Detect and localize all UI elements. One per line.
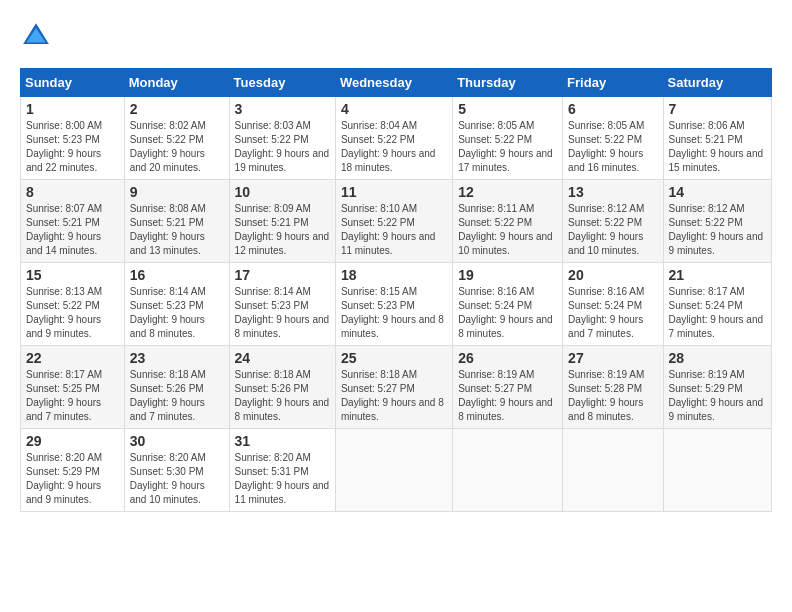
table-row: 22Sunrise: 8:17 AMSunset: 5:25 PMDayligh…: [21, 346, 125, 429]
calendar-week-2: 8Sunrise: 8:07 AMSunset: 5:21 PMDaylight…: [21, 180, 772, 263]
table-row: 20Sunrise: 8:16 AMSunset: 5:24 PMDayligh…: [563, 263, 663, 346]
calendar-header-row: SundayMondayTuesdayWednesdayThursdayFrid…: [21, 69, 772, 97]
table-row: 1Sunrise: 8:00 AMSunset: 5:23 PMDaylight…: [21, 97, 125, 180]
table-row: 24Sunrise: 8:18 AMSunset: 5:26 PMDayligh…: [229, 346, 335, 429]
table-row: 7Sunrise: 8:06 AMSunset: 5:21 PMDaylight…: [663, 97, 771, 180]
table-row: 29Sunrise: 8:20 AMSunset: 5:29 PMDayligh…: [21, 429, 125, 512]
table-row: [453, 429, 563, 512]
table-row: 13Sunrise: 8:12 AMSunset: 5:22 PMDayligh…: [563, 180, 663, 263]
table-row: 26Sunrise: 8:19 AMSunset: 5:27 PMDayligh…: [453, 346, 563, 429]
table-row: [563, 429, 663, 512]
table-row: 25Sunrise: 8:18 AMSunset: 5:27 PMDayligh…: [335, 346, 452, 429]
logo-icon: [20, 20, 52, 52]
table-row: [663, 429, 771, 512]
table-row: 17Sunrise: 8:14 AMSunset: 5:23 PMDayligh…: [229, 263, 335, 346]
calendar-week-1: 1Sunrise: 8:00 AMSunset: 5:23 PMDaylight…: [21, 97, 772, 180]
table-row: 2Sunrise: 8:02 AMSunset: 5:22 PMDaylight…: [124, 97, 229, 180]
header-wednesday: Wednesday: [335, 69, 452, 97]
table-row: 10Sunrise: 8:09 AMSunset: 5:21 PMDayligh…: [229, 180, 335, 263]
header-friday: Friday: [563, 69, 663, 97]
table-row: 16Sunrise: 8:14 AMSunset: 5:23 PMDayligh…: [124, 263, 229, 346]
table-row: 6Sunrise: 8:05 AMSunset: 5:22 PMDaylight…: [563, 97, 663, 180]
table-row: 5Sunrise: 8:05 AMSunset: 5:22 PMDaylight…: [453, 97, 563, 180]
table-row: 12Sunrise: 8:11 AMSunset: 5:22 PMDayligh…: [453, 180, 563, 263]
table-row: 8Sunrise: 8:07 AMSunset: 5:21 PMDaylight…: [21, 180, 125, 263]
table-row: 27Sunrise: 8:19 AMSunset: 5:28 PMDayligh…: [563, 346, 663, 429]
table-row: 3Sunrise: 8:03 AMSunset: 5:22 PMDaylight…: [229, 97, 335, 180]
calendar-table: SundayMondayTuesdayWednesdayThursdayFrid…: [20, 68, 772, 512]
header-tuesday: Tuesday: [229, 69, 335, 97]
table-row: 14Sunrise: 8:12 AMSunset: 5:22 PMDayligh…: [663, 180, 771, 263]
calendar-week-4: 22Sunrise: 8:17 AMSunset: 5:25 PMDayligh…: [21, 346, 772, 429]
calendar-week-5: 29Sunrise: 8:20 AMSunset: 5:29 PMDayligh…: [21, 429, 772, 512]
table-row: 19Sunrise: 8:16 AMSunset: 5:24 PMDayligh…: [453, 263, 563, 346]
header-monday: Monday: [124, 69, 229, 97]
table-row: [335, 429, 452, 512]
logo: [20, 20, 58, 52]
table-row: 30Sunrise: 8:20 AMSunset: 5:30 PMDayligh…: [124, 429, 229, 512]
table-row: 9Sunrise: 8:08 AMSunset: 5:21 PMDaylight…: [124, 180, 229, 263]
table-row: 4Sunrise: 8:04 AMSunset: 5:22 PMDaylight…: [335, 97, 452, 180]
page-header: [20, 20, 772, 52]
table-row: 28Sunrise: 8:19 AMSunset: 5:29 PMDayligh…: [663, 346, 771, 429]
table-row: 18Sunrise: 8:15 AMSunset: 5:23 PMDayligh…: [335, 263, 452, 346]
table-row: 23Sunrise: 8:18 AMSunset: 5:26 PMDayligh…: [124, 346, 229, 429]
calendar-week-3: 15Sunrise: 8:13 AMSunset: 5:22 PMDayligh…: [21, 263, 772, 346]
header-saturday: Saturday: [663, 69, 771, 97]
header-sunday: Sunday: [21, 69, 125, 97]
header-thursday: Thursday: [453, 69, 563, 97]
table-row: 31Sunrise: 8:20 AMSunset: 5:31 PMDayligh…: [229, 429, 335, 512]
table-row: 21Sunrise: 8:17 AMSunset: 5:24 PMDayligh…: [663, 263, 771, 346]
table-row: 11Sunrise: 8:10 AMSunset: 5:22 PMDayligh…: [335, 180, 452, 263]
table-row: 15Sunrise: 8:13 AMSunset: 5:22 PMDayligh…: [21, 263, 125, 346]
